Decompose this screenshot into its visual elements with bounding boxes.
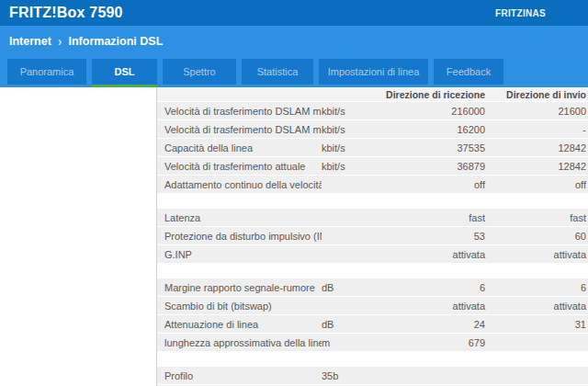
row-unit: dB xyxy=(322,282,381,293)
row-receive-value: 679 xyxy=(381,337,485,348)
row-receive-value: 37535 xyxy=(381,142,485,153)
table-row: Profilo35b xyxy=(157,367,588,385)
row-send-value: 12842 xyxy=(485,161,588,172)
row-label: Velocità di trasferimento attuale xyxy=(157,161,322,172)
row-unit: m xyxy=(322,337,381,348)
row-send-value: 21600 xyxy=(485,106,588,117)
fritzbox-dsl-page: { "header": { "title": "FRITZ!Box 7590",… xyxy=(0,0,588,386)
table-group-spacer xyxy=(157,352,588,367)
row-label: Profilo xyxy=(157,370,322,381)
dsl-table-body: Velocità di trasferimento DSLAM max.kbit… xyxy=(157,102,588,386)
row-unit: kbit/s xyxy=(322,142,381,153)
row-receive-value: 6 xyxy=(381,282,485,293)
row-label: Adattamento continuo della velocità xyxy=(157,179,322,190)
table-row: lunghezza approssimativa della lineam679 xyxy=(157,334,588,352)
table-row: Velocità di trasferimento DSLAM max.kbit… xyxy=(157,102,588,120)
table-row: Velocità di trasferimento DSLAM min.kbit… xyxy=(157,120,588,139)
table-row: Margine rapporto segnale-rumoredB66 xyxy=(157,278,588,297)
row-label: lunghezza approssimativa della linea xyxy=(157,337,322,348)
row-send-value: 12842 xyxy=(485,142,588,153)
table-group-spacer xyxy=(157,264,588,278)
content-area: Direzione di ricezione Direzione di invi… xyxy=(0,87,588,386)
row-receive-value: off xyxy=(381,179,485,190)
row-send-value: 31 xyxy=(485,319,588,330)
top-bar: FRITZ!Box 7590 FRITZINAS xyxy=(0,0,588,26)
tab-bar: PanoramicaDSLSpettroStatisticaImpostazio… xyxy=(0,57,588,87)
row-label: Scambio di bit (bitswap) xyxy=(157,301,322,312)
row-send-value: off xyxy=(485,179,588,190)
breadcrumb: Internet › Informazioni DSL xyxy=(0,26,588,57)
table-row: Velocità di trasferimento attualekbit/s3… xyxy=(157,157,588,176)
row-send-value: 6 xyxy=(485,282,588,293)
row-label: Latenza xyxy=(157,212,322,223)
chevron-right-icon: › xyxy=(58,34,62,49)
row-label: Protezione da disturbo impulsivo (INP) xyxy=(157,231,322,242)
column-header-receive: Direzione di ricezione xyxy=(381,89,485,100)
table-group-spacer xyxy=(157,194,588,209)
row-receive-value: attivata xyxy=(381,301,485,312)
tab-panoramica[interactable]: Panoramica xyxy=(7,59,86,85)
app-title: FRITZ!Box 7590 xyxy=(9,5,123,21)
row-unit: 35b xyxy=(322,370,381,381)
row-receive-value: 53 xyxy=(381,231,485,242)
row-receive-value: 216000 xyxy=(381,106,485,117)
table-row: Latenzafastfast xyxy=(157,209,588,227)
breadcrumb-section[interactable]: Internet xyxy=(9,35,51,48)
row-label: G.INP xyxy=(157,249,322,260)
tab-spettro[interactable]: Spettro xyxy=(163,59,236,85)
table-row: Capacità della lineakbit/s3753512842 xyxy=(157,139,588,157)
row-label: Velocità di trasferimento DSLAM max. xyxy=(157,106,322,117)
row-send-value: attivata xyxy=(485,301,588,312)
tab-feedback[interactable]: Feedback xyxy=(434,59,503,85)
row-label: Velocità di trasferimento DSLAM min. xyxy=(157,124,322,135)
table-left-divider xyxy=(156,87,157,386)
row-receive-value: 36879 xyxy=(381,161,485,172)
row-receive-value: 24 xyxy=(381,319,485,330)
row-label: Attenuazione di linea xyxy=(157,319,322,330)
table-row: Scambio di bit (bitswap)attivataattivata xyxy=(157,297,588,315)
row-send-value: 60 xyxy=(485,231,588,242)
row-unit: kbit/s xyxy=(322,106,381,117)
row-send-value: fast xyxy=(485,212,588,223)
tab-statistica[interactable]: Statistica xyxy=(242,59,313,85)
row-label: Margine rapporto segnale-rumore xyxy=(157,282,322,293)
breadcrumb-page: Informazioni DSL xyxy=(69,35,164,48)
table-row: Protezione da disturbo impulsivo (INP)53… xyxy=(157,227,588,245)
tab-dsl[interactable]: DSL xyxy=(92,59,157,87)
row-unit: kbit/s xyxy=(322,124,381,135)
table-row: Adattamento continuo della velocitàoffof… xyxy=(157,176,588,194)
row-label: Capacità della linea xyxy=(157,142,322,153)
row-unit: kbit/s xyxy=(322,161,381,172)
row-send-value: attivata xyxy=(485,249,588,260)
table-row: Attenuazione di lineadB2431 xyxy=(157,315,588,334)
row-receive-value: 16200 xyxy=(381,124,485,135)
dsl-info-table: Direzione di ricezione Direzione di invi… xyxy=(157,87,588,386)
row-receive-value: attivata xyxy=(381,249,485,260)
row-send-value: - xyxy=(485,124,588,135)
table-row: G.INPattivataattivata xyxy=(157,245,588,264)
row-unit: dB xyxy=(322,319,381,330)
row-receive-value: fast xyxy=(381,212,485,223)
table-header-row: Direzione di ricezione Direzione di invi… xyxy=(157,87,588,102)
user-name: FRITZINAS xyxy=(495,8,546,18)
column-header-send: Direzione di invio xyxy=(485,89,588,100)
tab-impostazioni-di-linea[interactable]: Impostazioni di linea xyxy=(319,59,428,85)
